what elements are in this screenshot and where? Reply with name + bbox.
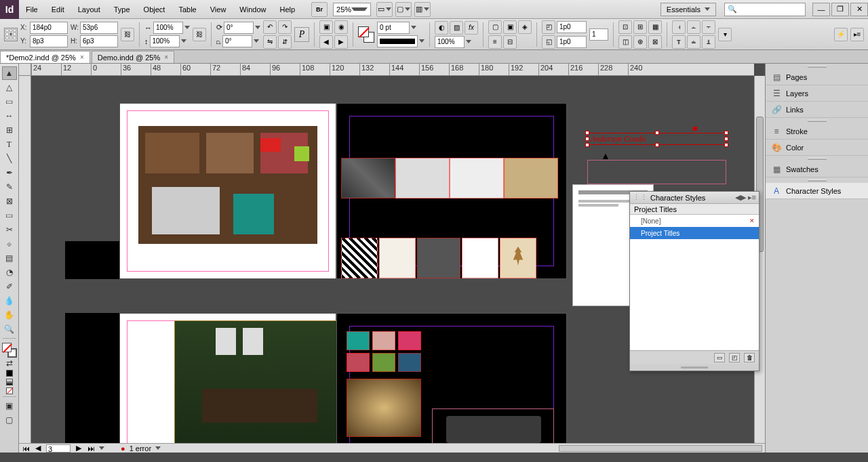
fit-frame-button[interactable]: ⊞ bbox=[633, 20, 647, 34]
menu-table[interactable]: Table bbox=[172, 0, 203, 19]
drop-shadow-button[interactable]: ▨ bbox=[450, 21, 463, 35]
tab-demo2[interactable]: *Demo2.indd @ 25% × bbox=[0, 51, 90, 63]
align-to-combo[interactable]: ▾ bbox=[718, 28, 732, 41]
apply-gradient-swatch[interactable] bbox=[6, 379, 13, 385]
vertical-ruler[interactable] bbox=[19, 76, 31, 443]
text-frame[interactable] bbox=[587, 160, 726, 184]
ruler-origin[interactable] bbox=[19, 64, 31, 76]
height-input[interactable]: 6p3 bbox=[80, 35, 118, 47]
wrap-shape-button[interactable]: ◈ bbox=[518, 20, 532, 34]
preflight-icon[interactable]: ● bbox=[121, 444, 125, 453]
align-bottom-button[interactable]: ⫫ bbox=[702, 35, 715, 49]
scale-y-input[interactable]: 100% bbox=[150, 35, 180, 47]
arrange-button[interactable]: ▥ bbox=[414, 2, 431, 17]
menu-object[interactable]: Object bbox=[137, 0, 172, 19]
new-style-button[interactable]: ◰ bbox=[729, 353, 740, 362]
page-menu-button[interactable] bbox=[99, 446, 104, 450]
tab-close-icon[interactable]: × bbox=[80, 54, 84, 61]
align-left-button[interactable]: ⫞ bbox=[672, 20, 686, 34]
panel-links[interactable]: 🔗Links bbox=[766, 102, 868, 118]
select-prev-button[interactable]: ◀ bbox=[319, 35, 333, 49]
gradient-swatch-tool[interactable]: ▤ bbox=[2, 251, 17, 265]
normal-view-mode[interactable]: ▣ bbox=[2, 399, 17, 413]
preflight-status[interactable]: 1 error bbox=[130, 444, 151, 453]
horizontal-scrollbar[interactable] bbox=[559, 445, 762, 452]
fit-content-button[interactable]: ⊡ bbox=[618, 20, 632, 34]
bridge-button[interactable]: Br bbox=[311, 2, 328, 17]
effects-button[interactable]: ◐ bbox=[435, 21, 448, 35]
pen-tool[interactable]: ✒ bbox=[2, 166, 17, 180]
select-content-button[interactable]: ◉ bbox=[334, 20, 348, 34]
constrain-scale-icon[interactable]: ⛓ bbox=[193, 28, 206, 41]
panel-pages[interactable]: ▤Pages bbox=[766, 69, 868, 85]
corner-size-b-input[interactable]: 1p0 bbox=[557, 36, 587, 48]
eyedropper-tool[interactable]: 💧 bbox=[2, 294, 17, 308]
style-item-project-titles[interactable]: Project Titles bbox=[630, 227, 759, 239]
rectangle-frame-tool[interactable]: ⊠ bbox=[2, 194, 17, 208]
constrain-wh-icon[interactable]: ⛓ bbox=[121, 28, 134, 41]
wrap-column-button[interactable]: ⊟ bbox=[503, 35, 517, 49]
tab-close-icon[interactable]: × bbox=[164, 54, 168, 61]
panel-character-styles[interactable]: ACharacter Styles bbox=[766, 183, 868, 199]
menu-file[interactable]: File bbox=[19, 0, 45, 19]
style-item-none[interactable]: [None] bbox=[630, 215, 759, 227]
menu-window[interactable]: Window bbox=[233, 0, 273, 19]
opacity-input[interactable]: 100% bbox=[435, 36, 465, 48]
columns-input[interactable]: 1 bbox=[589, 28, 608, 41]
flip-h-button[interactable]: ⇋ bbox=[263, 35, 277, 49]
menu-edit[interactable]: Edit bbox=[45, 0, 71, 19]
restore-icon[interactable]: ❐ bbox=[831, 3, 849, 16]
align-middle-button[interactable]: ⫨ bbox=[687, 35, 701, 49]
menu-help[interactable]: Help bbox=[273, 0, 302, 19]
prev-page-button[interactable]: ◀ bbox=[34, 444, 42, 453]
panel-grip-icon[interactable]: ⋮⋮ bbox=[633, 193, 648, 202]
center-content-button[interactable]: ⊕ bbox=[633, 35, 647, 49]
content-collector-tool[interactable]: ⊞ bbox=[2, 123, 17, 137]
delete-style-button[interactable]: 🗑 bbox=[744, 353, 755, 362]
collapse-icon[interactable]: ◀▶ bbox=[735, 193, 746, 202]
stroke-weight-input[interactable]: 0 pt bbox=[377, 22, 410, 34]
panel-header[interactable]: ⋮⋮ Character Styles ◀▶ ▸≡ bbox=[630, 192, 759, 204]
hand-tool[interactable]: ✋ bbox=[2, 308, 17, 322]
close-icon[interactable]: ✕ bbox=[850, 3, 868, 16]
panel-menu-button[interactable]: ▸≡ bbox=[850, 28, 864, 41]
style-group-button[interactable]: ▭ bbox=[714, 353, 725, 362]
tab-demo[interactable]: Demo.indd @ 25% × bbox=[92, 51, 174, 63]
fill-stroke-proxy[interactable] bbox=[2, 343, 17, 358]
rotate-cw-button[interactable]: ↷ bbox=[278, 20, 292, 34]
horizontal-ruler[interactable]: 2412036486072849610812013214415616818019… bbox=[31, 64, 754, 76]
panel-menu-icon[interactable]: ▸≡ bbox=[748, 193, 756, 202]
zoom-tool[interactable]: 🔍 bbox=[2, 322, 17, 336]
rotate-input[interactable]: 0° bbox=[224, 22, 254, 34]
zoom-level-combo[interactable]: 25% bbox=[333, 3, 371, 16]
preview-mode[interactable]: ▢ bbox=[2, 413, 17, 427]
workspace-switcher[interactable]: Essentials bbox=[660, 3, 716, 16]
first-page-button[interactable]: ⏮ bbox=[22, 444, 30, 453]
wrap-bbox-button[interactable]: ▣ bbox=[503, 20, 517, 34]
next-page-button[interactable]: ▶ bbox=[75, 444, 83, 453]
select-next-button[interactable]: ▶ bbox=[334, 35, 348, 49]
menu-layout[interactable]: Layout bbox=[71, 0, 107, 19]
panel-swatches[interactable]: ▦Swatches bbox=[766, 161, 868, 177]
panel-color[interactable]: 🎨Color bbox=[766, 140, 868, 156]
direct-selection-tool[interactable]: △ bbox=[2, 81, 17, 94]
note-tool[interactable]: ✐ bbox=[2, 280, 17, 293]
menu-view[interactable]: View bbox=[203, 0, 233, 19]
page-number-input[interactable]: 3 bbox=[46, 444, 71, 453]
reference-point-picker[interactable] bbox=[4, 28, 18, 41]
page-tool[interactable]: ▭ bbox=[2, 95, 17, 108]
fill-frame-button[interactable]: ▦ bbox=[648, 20, 662, 34]
pencil-tool[interactable]: ✎ bbox=[2, 180, 17, 194]
select-container-button[interactable]: ▣ bbox=[319, 20, 333, 34]
character-styles-panel[interactable]: ⋮⋮ Character Styles ◀▶ ▸≡ Project Titles… bbox=[629, 191, 760, 371]
corner-options-b-button[interactable]: ◱ bbox=[542, 35, 555, 49]
rotate-ccw-button[interactable]: ↶ bbox=[263, 20, 277, 34]
x-position-input[interactable]: 184p0 bbox=[30, 22, 68, 34]
apply-color-swatch[interactable] bbox=[6, 370, 13, 377]
line-tool[interactable]: ╲ bbox=[2, 152, 17, 165]
align-right-button[interactable]: ⫟ bbox=[702, 20, 715, 34]
menu-type[interactable]: Type bbox=[107, 0, 137, 19]
selection-tool[interactable]: ▲ bbox=[2, 66, 17, 80]
panel-layers[interactable]: ☰Layers bbox=[766, 85, 868, 102]
selected-text-frame[interactable]: Anderson Condo bbox=[587, 133, 726, 145]
